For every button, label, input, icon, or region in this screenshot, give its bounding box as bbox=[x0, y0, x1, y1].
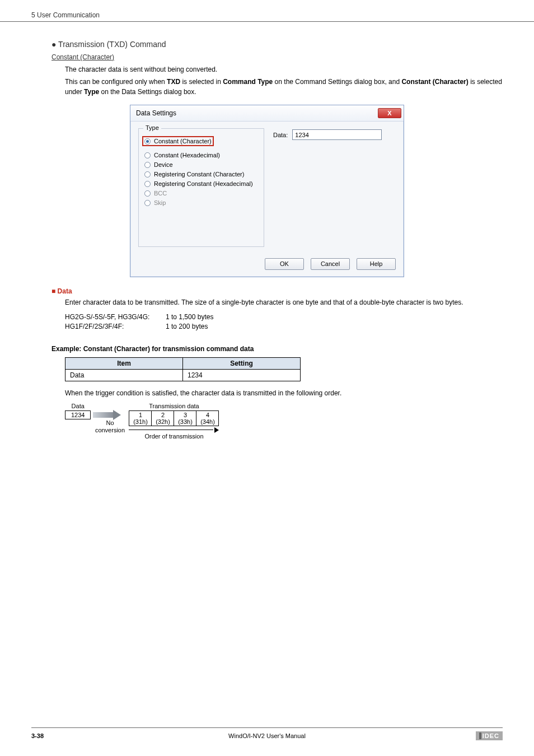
td-setting: 1234 bbox=[183, 370, 301, 381]
text-fragment: on the Command Settings dialog box, and bbox=[273, 78, 401, 86]
intro-line-2: This can be configured only when TXD is … bbox=[65, 77, 503, 97]
diagram-data-column: Data 1234 bbox=[65, 403, 91, 419]
ok-button[interactable]: OK bbox=[265, 258, 304, 270]
radio-icon bbox=[144, 190, 151, 197]
manual-title: WindO/I-NV2 User's Manual bbox=[31, 732, 503, 739]
spec-key: HG1F/2F/2S/3F/4F: bbox=[65, 323, 166, 330]
radio-icon bbox=[144, 162, 151, 168]
table-row: Data 1234 bbox=[65, 370, 301, 381]
byte-cell: 1(31h) bbox=[129, 411, 152, 426]
bold-type: Type bbox=[84, 88, 99, 96]
spec-value: 1 to 1,500 bytes bbox=[166, 313, 213, 321]
bold-constant-character: Constant (Character) bbox=[401, 78, 468, 86]
radio-icon bbox=[144, 138, 151, 144]
radio-registering-constant-hexadecimal[interactable]: Registering Constant (Hexadecimal) bbox=[144, 180, 258, 187]
td-item: Data bbox=[65, 370, 183, 381]
spec-row-1: HG2G-S/-5S/-5F, HG3G/4G: 1 to 1,500 byte… bbox=[65, 313, 503, 321]
dialog-close-button[interactable]: X bbox=[378, 108, 401, 118]
data-settings-dialog: Data Settings X Type Constant (Character… bbox=[130, 105, 404, 277]
order-of-transmission-label: Order of transmission bbox=[129, 433, 219, 440]
text-fragment: is selected in bbox=[180, 78, 223, 86]
order-arrow-icon bbox=[129, 427, 219, 433]
transmission-diagram: Data 1234 No conversion Transmission dat… bbox=[65, 403, 503, 440]
chapter-title: 5 User Communication bbox=[31, 11, 100, 19]
type-legend: Type bbox=[143, 124, 161, 131]
data-subheading-text: ■ Data bbox=[51, 287, 72, 295]
example-heading: Example: Constant (Character) for transm… bbox=[51, 345, 503, 353]
spec-row-2: HG1F/2F/2S/3F/4F: 1 to 200 bytes bbox=[65, 323, 503, 330]
radio-bcc: BCC bbox=[144, 190, 258, 197]
dialog-footer: OK Cancel Help bbox=[130, 255, 404, 277]
section-heading-txd: ● Transmission (TXD) Command bbox=[51, 40, 503, 49]
radio-label: Device bbox=[154, 161, 173, 168]
text-fragment: No bbox=[106, 419, 114, 426]
radio-constant-hexadecimal[interactable]: Constant (Hexadecimal) bbox=[144, 152, 258, 158]
byte-cell: 4(34h) bbox=[196, 411, 219, 426]
text-fragment: on the Data Settings dialog box. bbox=[99, 88, 196, 96]
byte-cell: 2(32h) bbox=[152, 411, 174, 426]
table-header-row: Item Setting bbox=[65, 358, 301, 370]
spec-value: 1 to 200 bytes bbox=[166, 323, 208, 330]
th-item: Item bbox=[65, 358, 183, 370]
subheading-constant-character: Constant (Character) bbox=[51, 53, 503, 61]
radio-skip: Skip bbox=[144, 199, 258, 206]
radio-icon bbox=[144, 181, 151, 187]
radio-label: Registering Constant (Hexadecimal) bbox=[154, 180, 253, 187]
data-label: Data: bbox=[273, 132, 288, 138]
radio-label: Constant (Hexadecimal) bbox=[154, 152, 220, 158]
diagram-arrow-block: No conversion bbox=[93, 410, 127, 434]
dialog-title: Data Settings bbox=[136, 109, 176, 117]
trigger-text: When the trigger condition is satisfied,… bbox=[65, 389, 503, 397]
data-description: Enter character data to be transmitted. … bbox=[65, 297, 503, 307]
radio-icon bbox=[144, 152, 151, 158]
page-header: 5 User Communication bbox=[0, 0, 534, 22]
transmission-data-column: Transmission data 1(31h) 2(32h) 3(33h) 4… bbox=[129, 403, 219, 440]
data-field-row: Data: bbox=[273, 129, 396, 140]
radio-constant-character[interactable]: Constant (Character) bbox=[142, 136, 214, 146]
radio-label: Constant (Character) bbox=[154, 138, 212, 144]
data-column: Data: bbox=[273, 128, 396, 247]
data-subheading: ■ Data bbox=[51, 287, 503, 295]
example-table: Item Setting Data 1234 bbox=[65, 357, 301, 381]
arrow-icon bbox=[93, 410, 121, 419]
radio-label: Skip bbox=[154, 199, 166, 206]
radio-icon bbox=[144, 171, 151, 178]
dialog-titlebar: Data Settings X bbox=[130, 105, 404, 122]
diagram-data-label: Data bbox=[65, 403, 91, 409]
table-row: 1(31h) 2(32h) 3(33h) 4(34h) bbox=[129, 411, 219, 426]
byte-specs: HG2G-S/-5S/-5F, HG3G/4G: 1 to 1,500 byte… bbox=[65, 313, 503, 330]
dialog-body: Type Constant (Character) Constant (Hexa… bbox=[130, 122, 404, 255]
radio-icon bbox=[144, 200, 151, 206]
radio-device[interactable]: Device bbox=[144, 161, 258, 168]
help-button[interactable]: Help bbox=[357, 258, 396, 270]
data-input[interactable] bbox=[292, 129, 382, 140]
page-footer: 3-38 WindO/I-NV2 User's Manual IDEC bbox=[31, 727, 503, 740]
intro-line-1: The character data is sent without being… bbox=[65, 64, 503, 74]
type-fieldset: Type Constant (Character) Constant (Hexa… bbox=[138, 128, 264, 247]
text-fragment: This can be configured only when bbox=[65, 78, 167, 86]
transmission-data-title: Transmission data bbox=[129, 403, 219, 409]
th-setting: Setting bbox=[183, 358, 301, 370]
bold-txd: TXD bbox=[167, 78, 180, 86]
no-conversion-label: No conversion bbox=[93, 419, 127, 434]
spec-key: HG2G-S/-5S/-5F, HG3G/4G: bbox=[65, 313, 166, 321]
bold-command-type: Command Type bbox=[223, 78, 273, 86]
radio-label: Registering Constant (Character) bbox=[154, 171, 244, 178]
text-fragment: conversion bbox=[95, 427, 125, 433]
byte-table: 1(31h) 2(32h) 3(33h) 4(34h) bbox=[129, 410, 219, 426]
byte-cell: 3(33h) bbox=[174, 411, 196, 426]
radio-registering-constant-character[interactable]: Registering Constant (Character) bbox=[144, 171, 258, 178]
radio-label: BCC bbox=[154, 190, 167, 197]
page-content: ● Transmission (TXD) Command Constant (C… bbox=[0, 22, 534, 440]
diagram-data-box: 1234 bbox=[65, 410, 91, 419]
cancel-button[interactable]: Cancel bbox=[311, 258, 350, 270]
